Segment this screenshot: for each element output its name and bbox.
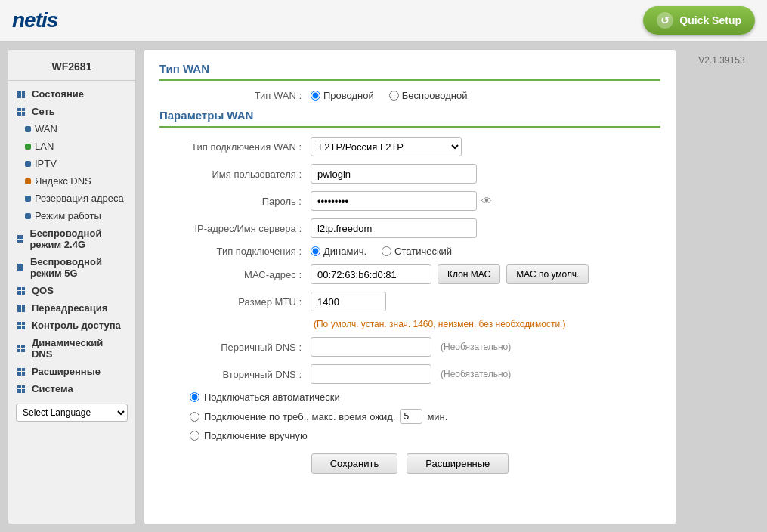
radio-wireless-input[interactable]: [389, 91, 399, 101]
radio-wired-label: Проводной: [323, 90, 374, 101]
mtu-hint-row: (По умолч. устан. знач. 1460, неизмен. б…: [159, 319, 660, 329]
default-mac-button[interactable]: МАС по умолч.: [506, 264, 589, 284]
dot-mode: [25, 213, 31, 219]
radio-dynamic[interactable]: Динамич.: [311, 246, 366, 257]
secondary-dns-input[interactable]: [311, 364, 431, 384]
sidebar-item-label: Состояние: [32, 88, 84, 100]
netis-logo: netis: [12, 8, 57, 32]
sidebar-item-network[interactable]: Сеть: [8, 103, 135, 120]
dot-mac: [25, 196, 31, 202]
grid-icon-access: [17, 322, 25, 329]
sidebar-item-w5g-label: Беспроводной режим 5G: [30, 256, 126, 279]
grid-icon-qos: [17, 287, 25, 295]
language-select[interactable]: Select Language English Русский: [16, 404, 128, 422]
secondary-dns-optional: (Необязательно): [441, 369, 511, 379]
grid-icon-redirect: [17, 305, 25, 312]
radio-wired[interactable]: Проводной: [311, 90, 374, 101]
username-field: [311, 164, 477, 184]
primary-dns-optional: (Необязательно): [441, 342, 511, 352]
connect-ondemand-label: Подключение по треб., макс. время ожид.: [204, 411, 395, 422]
radio-dynamic-input[interactable]: [311, 246, 320, 256]
sidebar-item-yandex-label: Яндекс DNS: [35, 175, 91, 187]
advanced-button[interactable]: Расширенные: [407, 453, 509, 474]
primary-dns-input[interactable]: [311, 337, 431, 357]
radio-static-label: Статический: [394, 246, 452, 257]
connection-type-select[interactable]: L2TP/Россия L2TP PPPoE/Россия PPPoE PPTP…: [311, 137, 462, 156]
sidebar: WF2681 Состояние Сеть WAN: [8, 49, 136, 524]
sidebar-item-iptv-label: IPTV: [35, 158, 57, 169]
username-row: Имя пользователя :: [159, 164, 660, 184]
grid-icon-ddns: [17, 345, 25, 352]
sidebar-item-iptv[interactable]: IPTV: [8, 155, 135, 172]
radio-dynamic-label: Динамич.: [323, 246, 366, 257]
radio-wireless-label: Беспроводной: [402, 90, 468, 101]
grid-icon-status: [17, 91, 25, 98]
mtu-field: [311, 292, 386, 311]
mtu-row: Размер MTU :: [159, 292, 660, 311]
ondemand-unit: мин.: [427, 411, 447, 422]
version-text: V2.1.39153: [684, 49, 759, 524]
primary-dns-label: Первичный DNS :: [159, 342, 311, 353]
sidebar-item-work-mode[interactable]: Режим работы: [8, 207, 135, 224]
connection-type-row: Тип подключения WAN : L2TP/Россия L2TP P…: [159, 137, 660, 156]
ondemand-timeout-input[interactable]: [400, 409, 422, 424]
sidebar-item-qos[interactable]: QOS: [8, 282, 135, 299]
sidebar-item-access-control[interactable]: Контроль доступа: [8, 317, 135, 334]
username-input[interactable]: [311, 164, 477, 184]
connect-option-auto: Подключаться автоматически: [190, 391, 660, 403]
sidebar-item-advanced-label: Расширенные: [32, 366, 101, 377]
sidebar-item-ddns-label: Динамический DNS: [32, 337, 126, 360]
server-field: [311, 218, 477, 238]
radio-manual-connect[interactable]: [190, 431, 199, 441]
sidebar-item-label: Сеть: [32, 106, 55, 117]
sidebar-item-qos-label: QOS: [32, 285, 54, 296]
sidebar-item-yandex-dns[interactable]: Яндекс DNS: [8, 172, 135, 190]
sidebar-item-mode-label: Режим работы: [35, 210, 101, 221]
wan-type-label: Тип WAN :: [159, 90, 311, 101]
sidebar-model: WF2681: [8, 56, 135, 81]
sidebar-item-dynamic-dns[interactable]: Динамический DNS: [8, 334, 135, 363]
save-button[interactable]: Сохранить: [311, 453, 398, 474]
wan-type-title: Тип WAN: [159, 62, 660, 81]
primary-dns-field: (Необязательно): [311, 337, 511, 357]
password-show-icon[interactable]: 👁: [481, 195, 492, 207]
mtu-input[interactable]: [311, 292, 386, 311]
wan-type-options: Проводной Беспроводной: [311, 90, 468, 101]
sidebar-item-system[interactable]: Система: [8, 380, 135, 397]
server-row: IP-адрес/Имя сервера :: [159, 218, 660, 238]
server-input[interactable]: [311, 218, 477, 238]
quick-setup-button[interactable]: ↺ Quick Setup: [643, 6, 755, 35]
quick-setup-icon: ↺: [657, 12, 673, 29]
sidebar-item-mac-reserve[interactable]: Резервация адреса: [8, 190, 135, 207]
sidebar-item-redirect[interactable]: Переадресация: [8, 299, 135, 317]
connect-option-ondemand: Подключение по треб., макс. время ожид. …: [190, 409, 660, 424]
radio-wireless[interactable]: Беспроводной: [389, 90, 468, 101]
secondary-dns-row: Вторичный DNS : (Необязательно): [159, 364, 660, 384]
dot-wan: [25, 126, 31, 132]
sidebar-item-redirect-label: Переадресация: [32, 302, 107, 314]
sidebar-item-lan[interactable]: LAN: [8, 138, 135, 155]
sidebar-item-wireless-24[interactable]: Беспроводной режим 2.4G: [8, 224, 135, 253]
sidebar-item-wan[interactable]: WAN: [8, 120, 135, 138]
clone-mac-button[interactable]: Клон МАС: [438, 264, 500, 284]
mac-input[interactable]: [311, 264, 431, 284]
radio-wired-input[interactable]: [311, 91, 320, 101]
sidebar-item-advanced[interactable]: Расширенные: [8, 363, 135, 380]
password-label: Пароль :: [159, 196, 311, 207]
version-number: V2.1.39153: [698, 55, 744, 66]
ip-type-row: Тип подключения : Динамич. Статический: [159, 246, 660, 257]
radio-static[interactable]: Статический: [382, 246, 452, 257]
radio-ondemand-connect[interactable]: [190, 412, 199, 422]
connect-manual-label: Подключение вручную: [204, 430, 308, 441]
sidebar-item-status[interactable]: Состояние: [8, 85, 135, 103]
password-input[interactable]: [311, 191, 477, 211]
radio-auto-connect[interactable]: [190, 392, 199, 402]
password-row: Пароль : 👁: [159, 191, 660, 211]
main-content: Тип WAN Тип WAN : Проводной Беспроводной: [144, 49, 676, 524]
sidebar-item-wan-label: WAN: [35, 123, 57, 135]
sidebar-item-wireless-5g[interactable]: Беспроводной режим 5G: [8, 253, 135, 282]
mtu-hint: (По умолч. устан. знач. 1460, неизмен. б…: [314, 319, 565, 329]
radio-static-input[interactable]: [382, 246, 391, 256]
connect-auto-label: Подключаться автоматически: [204, 391, 340, 403]
connect-options: Подключаться автоматически Подключение п…: [190, 391, 660, 441]
